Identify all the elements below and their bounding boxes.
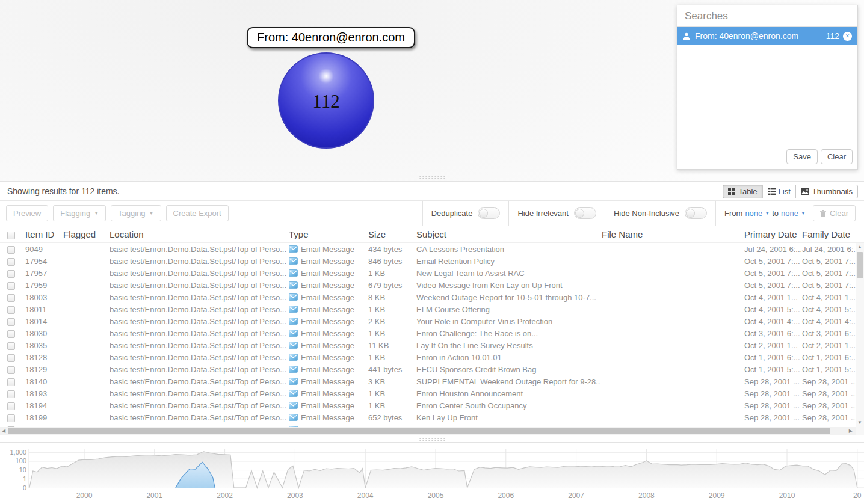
cell-family-date: Oct 3, 2001 6:... (801, 329, 856, 338)
view-list-button[interactable]: List (762, 185, 796, 198)
column-header-family-date[interactable]: Family Date (801, 229, 856, 239)
cell-primary-date: Jul 24, 2001 6:... (743, 245, 801, 254)
create-export-button[interactable]: Create Export (166, 205, 229, 221)
clear-search-button[interactable]: Clear (821, 149, 853, 164)
splitter-handle[interactable] (419, 175, 445, 179)
table-row[interactable]: 17959basic test/Enron.Demo.Data.Set.pst/… (0, 279, 856, 291)
cell-location: basic test/Enron.Demo.Data.Set.pst/Top o… (108, 413, 288, 422)
hide-non-inclusive-label: Hide Non-Inclusive (614, 209, 679, 218)
type-label: Email Message (301, 245, 354, 254)
row-checkbox[interactable] (7, 282, 15, 290)
table-row[interactable]: 18003basic test/Enron.Demo.Data.Set.pst/… (0, 291, 856, 303)
clear-range-button[interactable]: Clear (813, 205, 856, 221)
deduplicate-toggle[interactable] (478, 207, 500, 219)
cell-location: basic test/Enron.Demo.Data.Set.pst/Top o… (108, 389, 288, 398)
cell-location: basic test/Enron.Demo.Data.Set.pst/Top o… (108, 269, 288, 278)
cell-primary-date: Oct 4, 2001 5:... (743, 305, 801, 314)
row-checkbox[interactable] (7, 354, 15, 362)
vertical-scrollbar[interactable]: ▲ ▼ (856, 243, 864, 427)
chevron-down-icon: ▼ (765, 211, 770, 216)
results-toolbar: Preview Flagging▼ Tagging▼ Create Export… (0, 201, 864, 226)
row-checkbox[interactable] (7, 318, 15, 326)
to-value-dropdown[interactable]: none (781, 209, 798, 218)
search-item[interactable]: From: 40enron@enron.com 112 ✕ (677, 27, 857, 45)
row-checkbox[interactable] (7, 402, 15, 410)
table-row[interactable]: 18140basic test/Enron.Demo.Data.Set.pst/… (0, 375, 856, 387)
scroll-left-icon[interactable]: ◀ (2, 427, 5, 435)
cell-subject: Weekend Outage Report for 10-5-01 throug… (415, 293, 600, 302)
svg-text:2004: 2004 (357, 491, 374, 500)
cell-family-date: Oct 5, 2001 7:... (801, 257, 856, 266)
type-label: Email Message (301, 293, 354, 302)
column-header-location[interactable]: Location (108, 229, 288, 239)
row-checkbox[interactable] (7, 342, 15, 350)
column-header-item-id[interactable]: Item ID (24, 229, 62, 239)
hide-irrelevant-toggle[interactable] (574, 207, 596, 219)
table-row[interactable]: 9049basic test/Enron.Demo.Data.Set.pst/T… (0, 243, 856, 255)
svg-text:2009: 2009 (709, 491, 725, 500)
row-checkbox[interactable] (7, 294, 15, 302)
table-row[interactable]: 18199basic test/Enron.Demo.Data.Set.pst/… (0, 411, 856, 423)
table-row[interactable]: 18193basic test/Enron.Demo.Data.Set.pst/… (0, 387, 856, 399)
column-header-type[interactable]: Type (288, 229, 367, 239)
row-checkbox[interactable] (7, 414, 15, 422)
cell-location: basic test/Enron.Demo.Data.Set.pst/Top o… (108, 317, 288, 326)
cell-location: basic test/Enron.Demo.Data.Set.pst/Top o… (108, 365, 288, 374)
column-header-file-name[interactable]: File Name (600, 229, 743, 239)
preview-button[interactable]: Preview (6, 205, 48, 221)
row-checkbox[interactable] (7, 258, 15, 266)
svg-text:100: 100 (16, 457, 26, 464)
row-checkbox-cell (0, 268, 24, 277)
cell-type: Email Message (288, 281, 367, 290)
hide-non-inclusive-group: Hide Non-Inclusive (605, 201, 715, 226)
row-checkbox[interactable] (7, 366, 15, 374)
cell-item-id: 18129 (24, 365, 62, 374)
select-all-checkbox[interactable] (7, 232, 15, 239)
email-message-icon (289, 257, 298, 265)
timeline-chart[interactable]: 1,00010010102000200120022003200420052006… (0, 442, 864, 504)
to-label: to (772, 209, 779, 218)
save-search-button[interactable]: Save (786, 149, 818, 164)
from-value-dropdown[interactable]: none (745, 209, 762, 218)
column-header-flagged[interactable]: Flagged (62, 229, 108, 239)
table-row[interactable]: 17954basic test/Enron.Demo.Data.Set.pst/… (0, 255, 856, 267)
scroll-up-icon[interactable]: ▲ (857, 243, 862, 251)
table-row[interactable]: 17957basic test/Enron.Demo.Data.Set.pst/… (0, 267, 856, 279)
table-row[interactable]: 18014basic test/Enron.Demo.Data.Set.pst/… (0, 315, 856, 327)
table-row[interactable]: 18128basic test/Enron.Demo.Data.Set.pst/… (0, 351, 856, 363)
cell-subject: Your Role in Computer Virus Protection (415, 317, 600, 326)
remove-search-icon[interactable]: ✕ (843, 32, 852, 41)
table-row[interactable]: 18011basic test/Enron.Demo.Data.Set.pst/… (0, 303, 856, 315)
cell-location: basic test/Enron.Demo.Data.Set.pst/Top o… (108, 281, 288, 290)
timeline-svg[interactable]: 1,00010010102000200120022003200420052006… (0, 443, 864, 504)
column-header-subject[interactable]: Subject (415, 229, 600, 239)
row-checkbox[interactable] (7, 378, 15, 386)
flagging-dropdown[interactable]: Flagging▼ (53, 205, 106, 221)
table-row[interactable]: 18129basic test/Enron.Demo.Data.Set.pst/… (0, 363, 856, 375)
row-checkbox[interactable] (7, 390, 15, 398)
view-table-button[interactable]: Table (723, 185, 762, 198)
hide-non-inclusive-toggle[interactable] (685, 207, 707, 219)
deduplicate-label: Deduplicate (431, 209, 473, 218)
vertical-scroll-thumb[interactable] (857, 252, 863, 278)
cell-item-id: 18194 (24, 401, 62, 410)
table-row[interactable]: 18035basic test/Enron.Demo.Data.Set.pst/… (0, 339, 856, 351)
search-bubble[interactable]: 112 (278, 52, 374, 149)
row-checkbox[interactable] (7, 270, 15, 278)
table-row[interactable]: 18194basic test/Enron.Demo.Data.Set.pst/… (0, 399, 856, 411)
scroll-right-icon[interactable]: ▶ (849, 427, 853, 435)
cell-type: Email Message (288, 377, 367, 386)
table-row[interactable]: 18030basic test/Enron.Demo.Data.Set.pst/… (0, 327, 856, 339)
row-checkbox[interactable] (7, 330, 15, 338)
column-header-size[interactable]: Size (367, 229, 415, 239)
timeline-splitter-handle[interactable] (419, 437, 445, 441)
cell-subject: Enron Center South Occupancy (415, 401, 600, 410)
row-checkbox[interactable] (7, 246, 15, 254)
row-checkbox[interactable] (7, 306, 15, 314)
column-header-primary-date[interactable]: Primary Date (743, 229, 801, 239)
horizontal-scrollbar[interactable]: ◀ ▶ (0, 427, 856, 435)
view-thumbnails-button[interactable]: Thumbnails (795, 185, 858, 198)
horizontal-scroll-thumb[interactable] (8, 428, 830, 434)
tagging-dropdown[interactable]: Tagging▼ (111, 205, 161, 221)
scroll-down-icon[interactable]: ▼ (857, 419, 862, 427)
